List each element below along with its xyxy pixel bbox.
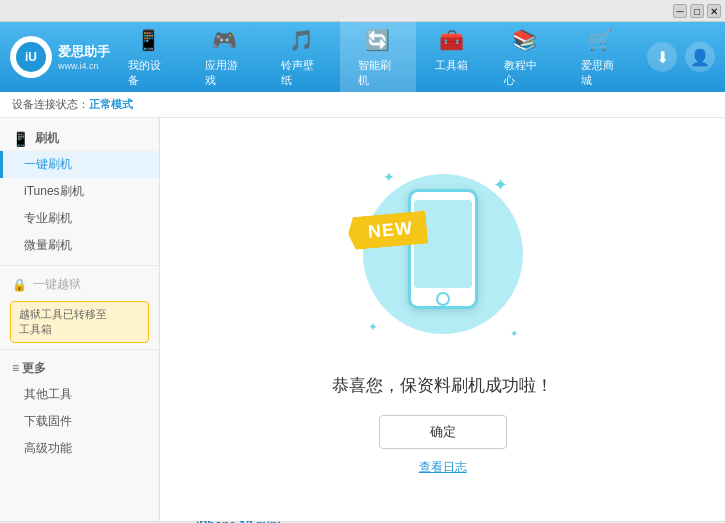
sidebar: 📱 刷机 一键刷机 iTunes刷机 专业刷机 微量刷机 🔒 一键越狱 [0, 118, 160, 521]
phone-home-button [436, 292, 450, 306]
jailbreak-label: 一键越狱 [33, 276, 81, 293]
sidebar-item-advanced[interactable]: 高级功能 [0, 435, 159, 462]
confirm-button[interactable]: 确定 [379, 415, 507, 449]
one-key-flash-label: 一键刷机 [24, 157, 72, 171]
ringtones-icon: 🎵 [287, 26, 315, 54]
logo-icon: iU [16, 42, 46, 72]
sidebar-item-download-firmware[interactable]: 下载固件 [0, 408, 159, 435]
itunes-flash-label: iTunes刷机 [24, 184, 84, 198]
jailbreak-note-text: 越狱工具已转移至工具箱 [19, 308, 107, 335]
header-right: ⬇ 👤 [647, 42, 715, 72]
sidebar-section-more: ≡ 更多 其他工具 下载固件 高级功能 [0, 356, 159, 462]
nav-ringtones-label: 铃声壁纸 [281, 58, 322, 88]
tutorials-icon: 📚 [510, 26, 538, 54]
other-tools-label: 其他工具 [24, 387, 72, 401]
header: iU 爱思助手 www.i4.cn 📱 我的设备 🎮 应用游戏 🎵 铃声壁纸 🔄… [0, 22, 725, 92]
new-badge: NEW [346, 210, 428, 250]
nav-smart-flash[interactable]: 🔄 智能刷机 [340, 18, 417, 96]
setup-link[interactable]: 查看日志 [419, 459, 467, 476]
jailbreak-locked: 🔒 一键越狱 [0, 272, 159, 297]
phone-shape [408, 189, 478, 309]
nav-my-device[interactable]: 📱 我的设备 [110, 18, 187, 96]
jailbreak-note: 越狱工具已转移至工具箱 [10, 301, 149, 343]
nav-toolbox-label: 工具箱 [435, 58, 468, 73]
smart-flash-icon: 🔄 [364, 26, 392, 54]
sidebar-item-save-flash[interactable]: 微量刷机 [0, 232, 159, 259]
close-button[interactable]: ✕ [707, 4, 721, 18]
sidebar-section-flash-title: 📱 刷机 [0, 126, 159, 151]
success-content: ✦ ✦ ✦ ✦ NEW 恭喜您，保资料刷机成功啦！ 确定 查看日志 [332, 164, 553, 476]
nav-store-label: 爱思商城 [581, 58, 622, 88]
nav-apps-games-label: 应用游戏 [205, 58, 246, 88]
lock-icon: 🔒 [12, 278, 27, 292]
nav-store[interactable]: 🛒 爱思商城 [563, 18, 640, 96]
sidebar-more-title: ≡ 更多 [0, 356, 159, 381]
brand-name: 爱思助手 [58, 43, 110, 61]
flash-section-icon: 📱 [12, 131, 29, 147]
toolbox-icon: 🧰 [437, 26, 465, 54]
user-button[interactable]: 👤 [685, 42, 715, 72]
more-title-label: ≡ 更多 [12, 360, 46, 377]
sidebar-item-other-tools[interactable]: 其他工具 [0, 381, 159, 408]
sidebar-section-jailbreak: 🔒 一键越狱 越狱工具已转移至工具箱 [0, 272, 159, 343]
logo-area: iU 爱思助手 www.i4.cn [10, 36, 110, 78]
right-panel: ✦ ✦ ✦ ✦ NEW 恭喜您，保资料刷机成功啦！ 确定 查看日志 [160, 118, 725, 521]
sidebar-item-itunes-flash[interactable]: iTunes刷机 [0, 178, 159, 205]
my-device-icon: 📱 [134, 26, 162, 54]
nav-toolbox[interactable]: 🧰 工具箱 [416, 18, 486, 96]
sidebar-divider-2 [0, 349, 159, 350]
nav-tutorials[interactable]: 📚 教程中心 [486, 18, 563, 96]
sparkle-4: ✦ [510, 328, 518, 339]
nav-ringtones[interactable]: 🎵 铃声壁纸 [263, 18, 340, 96]
main-content: 📱 刷机 一键刷机 iTunes刷机 专业刷机 微量刷机 🔒 一键越狱 [0, 118, 725, 521]
advanced-label: 高级功能 [24, 441, 72, 455]
store-icon: 🛒 [587, 26, 615, 54]
success-message: 恭喜您，保资料刷机成功啦！ [332, 374, 553, 397]
status-value: 正常模式 [89, 97, 133, 112]
download-firmware-label: 下载固件 [24, 414, 72, 428]
status-prefix: 设备连接状态： [12, 97, 89, 112]
nav-smart-flash-label: 智能刷机 [358, 58, 399, 88]
nav-tutorials-label: 教程中心 [504, 58, 545, 88]
logo-circle: iU [10, 36, 52, 78]
sidebar-divider-1 [0, 265, 159, 266]
sparkle-2: ✦ [493, 174, 508, 196]
nav-apps-games[interactable]: 🎮 应用游戏 [187, 18, 264, 96]
maximize-button[interactable]: □ [690, 4, 704, 18]
nav-items: 📱 我的设备 🎮 应用游戏 🎵 铃声壁纸 🔄 智能刷机 🧰 工具箱 📚 教程中心… [110, 18, 639, 96]
apps-games-icon: 🎮 [211, 26, 239, 54]
sidebar-item-one-key-flash[interactable]: 一键刷机 [0, 151, 159, 178]
minimize-button[interactable]: ─ [673, 4, 687, 18]
logo-text: 爱思助手 www.i4.cn [58, 43, 110, 71]
sparkle-1: ✦ [383, 169, 395, 185]
nav-my-device-label: 我的设备 [128, 58, 169, 88]
pro-flash-label: 专业刷机 [24, 211, 72, 225]
sparkle-3: ✦ [368, 320, 378, 334]
phone-illustration: ✦ ✦ ✦ ✦ NEW [353, 164, 533, 354]
new-badge-text: NEW [367, 217, 414, 241]
brand-sub: www.i4.cn [58, 61, 110, 71]
download-button[interactable]: ⬇ [647, 42, 677, 72]
save-flash-label: 微量刷机 [24, 238, 72, 252]
flash-section-label: 刷机 [35, 130, 59, 147]
sidebar-section-flash: 📱 刷机 一键刷机 iTunes刷机 专业刷机 微量刷机 [0, 126, 159, 259]
sidebar-item-pro-flash[interactable]: 专业刷机 [0, 205, 159, 232]
